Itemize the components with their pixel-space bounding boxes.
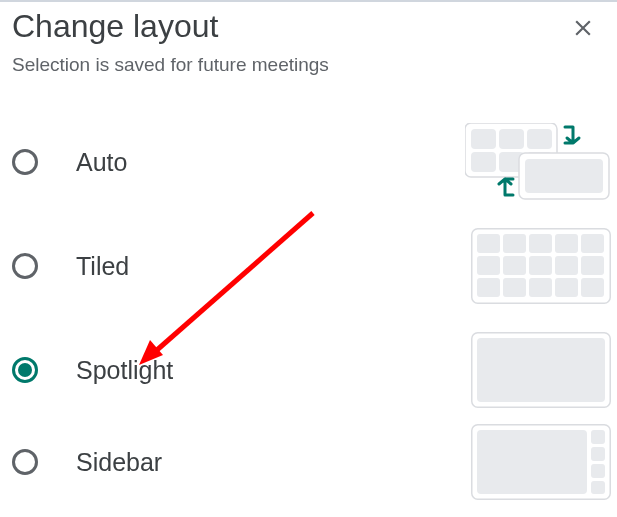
thumbnail-tiled-icon: [471, 228, 611, 304]
svg-rect-17: [529, 256, 552, 275]
svg-rect-22: [529, 278, 552, 297]
layout-option-tiled[interactable]: Tiled: [0, 214, 617, 318]
svg-rect-2: [499, 129, 524, 149]
svg-rect-24: [581, 278, 604, 297]
option-label-auto: Auto: [76, 148, 465, 177]
svg-rect-14: [581, 234, 604, 253]
radio-sidebar[interactable]: [12, 449, 38, 475]
svg-rect-10: [477, 234, 500, 253]
dialog-subtitle: Selection is saved for future meetings: [12, 54, 617, 76]
svg-rect-19: [581, 256, 604, 275]
option-label-tiled: Tiled: [76, 252, 471, 281]
svg-rect-26: [477, 338, 605, 402]
radio-tiled[interactable]: [12, 253, 38, 279]
svg-rect-32: [591, 481, 605, 494]
dialog-title: Change layout: [12, 8, 218, 45]
radio-auto[interactable]: [12, 149, 38, 175]
layout-option-spotlight[interactable]: Spotlight: [0, 318, 617, 422]
svg-rect-11: [503, 234, 526, 253]
svg-rect-28: [477, 430, 587, 494]
option-label-sidebar: Sidebar: [76, 448, 471, 477]
svg-rect-21: [503, 278, 526, 297]
svg-rect-12: [529, 234, 552, 253]
svg-rect-16: [503, 256, 526, 275]
layout-options: Auto Tiled: [0, 110, 617, 502]
thumbnail-spotlight-icon: [471, 332, 611, 408]
svg-rect-23: [555, 278, 578, 297]
svg-rect-18: [555, 256, 578, 275]
svg-rect-3: [527, 129, 552, 149]
svg-rect-15: [477, 256, 500, 275]
svg-rect-20: [477, 278, 500, 297]
svg-rect-8: [525, 159, 603, 193]
thumbnail-sidebar-icon: [471, 424, 611, 500]
svg-rect-13: [555, 234, 578, 253]
close-button[interactable]: [563, 10, 603, 50]
thumbnail-auto-icon: [465, 123, 611, 201]
layout-option-auto[interactable]: Auto: [0, 110, 617, 214]
svg-rect-31: [591, 464, 605, 478]
svg-rect-1: [471, 129, 496, 149]
radio-spotlight[interactable]: [12, 357, 38, 383]
option-label-spotlight: Spotlight: [76, 356, 471, 385]
close-icon: [570, 15, 596, 45]
svg-rect-29: [591, 430, 605, 444]
svg-rect-30: [591, 447, 605, 461]
svg-rect-4: [471, 152, 496, 172]
layout-option-sidebar[interactable]: Sidebar: [0, 422, 617, 502]
